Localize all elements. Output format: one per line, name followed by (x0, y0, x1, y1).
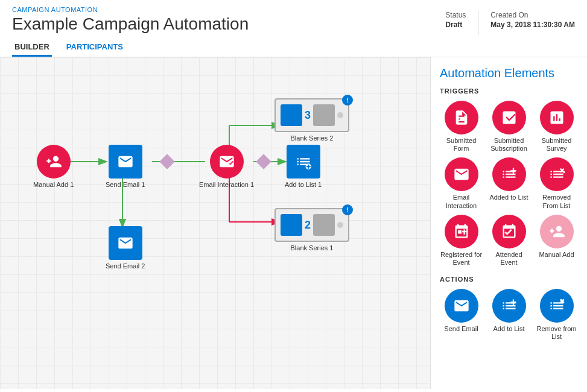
sidebar-title: Automation Elements (440, 66, 578, 80)
trigger-registered-for-event[interactable]: Registered for Event (440, 215, 483, 267)
trigger-manual-add[interactable]: Manual Add (535, 215, 578, 267)
list-add-icon (295, 153, 312, 170)
node-send-email-2[interactable]: Send Email 2 (106, 226, 145, 270)
send-email-2-icon (109, 226, 142, 260)
remove-from-list-action-icon (540, 289, 574, 323)
action-send-email[interactable]: Send Email (440, 289, 483, 341)
triggers-section-label: TRIGGERS (440, 87, 578, 95)
status-block: Status Draft (445, 11, 466, 29)
manual-add-trigger-icon (540, 215, 574, 248)
status-value: Draft (445, 21, 466, 29)
added-to-list-label: Added to List (489, 194, 528, 201)
attended-event-icon (492, 215, 526, 248)
send-email-1-icon (109, 145, 142, 179)
add-to-list-icon (287, 145, 320, 179)
tabs: BUILDER PARTICIPANTS (12, 39, 445, 57)
trigger-submitted-survey[interactable]: Submitted Survey (535, 101, 578, 153)
email-2-icon (117, 235, 134, 251)
canvas-area[interactable]: Manual Add 1 Send Email 1 Send Email 2 (0, 57, 430, 389)
series-number-1: 2 (305, 219, 311, 232)
added-to-list-icon (492, 157, 526, 191)
add-to-list-action-label: Add to List (493, 325, 525, 333)
removed-from-list-label: Removed From List (535, 194, 578, 209)
registered-event-icon (445, 215, 478, 248)
created-block: Created On May 3, 2018 11:30:30 AM (490, 11, 575, 29)
calendar-add-icon-svg (453, 223, 470, 240)
series-box-2[interactable]: ! 3 Blank Series 2 (274, 98, 349, 142)
status-label: Status (445, 11, 466, 19)
add-list-icon-svg (501, 166, 518, 183)
trigger-email-interaction[interactable]: Email Interaction (440, 157, 483, 209)
trigger-submitted-form[interactable]: Submitted Form (440, 101, 483, 153)
main-layout: Manual Add 1 Send Email 1 Send Email 2 (0, 57, 587, 389)
person-add-trigger-icon-svg (548, 223, 565, 240)
actions-grid: Send Email Add to List (440, 289, 578, 341)
alert-badge-series2: ! (342, 95, 353, 106)
diamond-connector (162, 156, 173, 167)
top-bar: CAMPAIGN AUTOMATION Example Campaign Aut… (0, 0, 587, 57)
series-2-label: Blank Series 2 (274, 134, 349, 142)
add-to-list-action-svg (501, 297, 518, 314)
created-label: Created On (490, 11, 575, 19)
series-sq-a (281, 104, 302, 126)
series-number-2: 3 (305, 109, 311, 122)
submitted-subscription-label: Submitted Subscription (487, 137, 530, 153)
email-interaction-icon-svg (218, 153, 235, 170)
action-add-to-list[interactable]: Add to List (487, 289, 530, 341)
email-interaction-trigger-icon (445, 157, 478, 191)
survey-icon-svg (548, 109, 565, 126)
add-to-list-action-icon (492, 289, 526, 323)
actions-section-label: ACTIONS (440, 276, 578, 283)
meta-section: Status Draft Created On May 3, 2018 11:3… (445, 6, 575, 35)
submitted-form-label: Submitted Form (440, 137, 483, 153)
series1-end-dot (337, 222, 343, 228)
registered-event-label: Registered for Event (440, 251, 483, 267)
subscription-icon-svg (501, 109, 518, 126)
node-send-email-1[interactable]: Send Email 1 (106, 145, 145, 188)
tab-participants[interactable]: PARTICIPANTS (64, 39, 125, 57)
send-email-action-svg (453, 297, 470, 314)
node-add-to-list-1[interactable]: Add to List 1 (285, 145, 322, 188)
tab-builder[interactable]: BUILDER (12, 39, 52, 57)
page-title: Example Campaign Automation (12, 14, 445, 34)
diamond-connector-2 (258, 156, 269, 167)
email-interaction-trigger-label: Email Interaction (440, 194, 483, 209)
submitted-form-icon (445, 101, 478, 134)
send-email-action-label: Send Email (444, 325, 478, 333)
canvas-connections (0, 57, 430, 389)
submitted-survey-label: Submitted Survey (535, 137, 578, 153)
action-remove-from-list[interactable]: Remove from List (535, 289, 578, 341)
series-box-1[interactable]: ! 2 Blank Series 1 (274, 208, 349, 251)
remove-list-icon-svg (548, 166, 565, 183)
remove-from-list-action-label: Remove from List (535, 325, 578, 341)
node-send-email-1-label: Send Email 1 (106, 181, 145, 188)
form-icon-svg (453, 109, 470, 126)
top-bar-left: CAMPAIGN AUTOMATION Example Campaign Aut… (12, 6, 445, 57)
series-end-dot (337, 112, 343, 118)
series1-sq-b (313, 214, 335, 236)
calendar-check-icon-svg (501, 223, 518, 240)
trigger-removed-from-list[interactable]: Removed From List (535, 157, 578, 209)
diamond-shape (159, 154, 174, 169)
submitted-subscription-icon (492, 101, 526, 134)
alert-badge-series1: ! (342, 204, 353, 215)
meta-divider (478, 11, 478, 35)
campaign-label: CAMPAIGN AUTOMATION (12, 6, 445, 13)
triggers-grid: Submitted Form Submitted Subscription (440, 101, 578, 267)
submitted-survey-icon (540, 101, 574, 134)
node-send-email-2-label: Send Email 2 (106, 262, 145, 270)
series1-sq-a (281, 214, 302, 236)
manual-add-trigger-label: Manual Add (539, 251, 574, 259)
node-manual-add-1[interactable]: Manual Add 1 (33, 145, 74, 188)
remove-from-list-action-svg (548, 297, 565, 314)
attended-event-label: Attended Event (487, 251, 530, 267)
node-email-interaction-1-label: Email Interaction 1 (199, 181, 254, 188)
trigger-attended-event[interactable]: Attended Event (487, 215, 530, 267)
node-manual-add-1-label: Manual Add 1 (33, 181, 74, 188)
node-email-interaction-1[interactable]: Email Interaction 1 (199, 145, 254, 188)
series-sq-b (313, 104, 335, 126)
created-value: May 3, 2018 11:30:30 AM (490, 21, 575, 29)
trigger-added-to-list[interactable]: Added to List (487, 157, 530, 209)
trigger-submitted-subscription[interactable]: Submitted Subscription (487, 101, 530, 153)
series-1-label: Blank Series 1 (274, 244, 349, 251)
